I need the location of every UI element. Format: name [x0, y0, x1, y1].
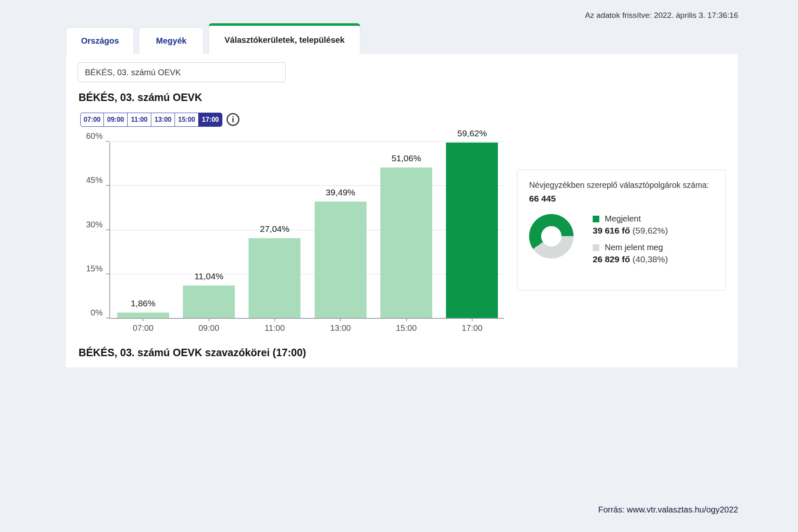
- info-icon[interactable]: i: [227, 113, 239, 126]
- time-button-0900[interactable]: 09:00: [104, 113, 128, 127]
- x-axis-tick: [143, 318, 143, 321]
- turnout-bar-chart: 0%15%30%45%60%1,86%07:0011,04%09:0027,04…: [109, 142, 504, 319]
- bar-value-label: 51,06%: [373, 153, 440, 163]
- bar-1100: [249, 238, 300, 318]
- y-axis-tick: [106, 318, 109, 318]
- bar-value-label: 27,04%: [241, 224, 308, 234]
- donut-row: Megjelent39 616 fő (59,62%)Nem jelent me…: [529, 214, 714, 264]
- turnout-donut-chart: [529, 214, 574, 259]
- time-button-1500[interactable]: 15:00: [175, 113, 199, 127]
- x-axis-label: 17:00: [447, 323, 497, 333]
- tab-megyek[interactable]: Megyék: [139, 27, 204, 54]
- time-button-group: 07:0009:0011:0013:0015:0017:00: [80, 113, 222, 127]
- content-card: BÉKÉS, 03. számú OEVK 07:0009:0011:0013:…: [65, 54, 738, 368]
- legend-swatch-icon: [593, 244, 599, 251]
- y-axis-label: 60%: [80, 131, 103, 141]
- bar-value-label: 11,04%: [176, 271, 242, 281]
- bar-1300: [315, 202, 367, 318]
- y-axis-label: 45%: [80, 175, 103, 185]
- y-axis-tick: [106, 273, 109, 274]
- time-button-1300[interactable]: 13:00: [151, 113, 175, 127]
- y-axis-tick: [106, 185, 109, 186]
- time-button-1700[interactable]: 17:00: [199, 113, 222, 127]
- x-axis-label: 13:00: [315, 323, 365, 333]
- voter-total: 66 445: [529, 194, 714, 204]
- gridline: [110, 274, 504, 274]
- x-axis-label: 15:00: [382, 323, 431, 333]
- time-button-1100[interactable]: 11:00: [128, 113, 151, 127]
- legend-value: 39 616 fő (59,62%): [593, 226, 668, 236]
- page-title: BÉKÉS, 03. számú OEVK: [79, 91, 202, 103]
- y-axis-label: 0%: [80, 308, 103, 318]
- y-axis-tick: [106, 229, 109, 230]
- bar-1500: [380, 167, 432, 318]
- legend-value: 26 829 fő (40,38%): [593, 254, 668, 264]
- bar-value-label: 1,86%: [110, 298, 176, 308]
- legend-label: Megjelent: [593, 214, 668, 224]
- x-axis-tick: [472, 318, 473, 321]
- x-axis-label: 09:00: [184, 323, 234, 333]
- tab-valasztokeruletek[interactable]: Választókerületek, települések: [209, 23, 360, 54]
- legend-item: Nem jelent meg26 829 fő (40,38%): [593, 243, 668, 264]
- x-axis-label: 07:00: [118, 323, 168, 333]
- x-axis-label: 11:00: [250, 323, 300, 333]
- bar-value-label: 59,62%: [439, 128, 505, 138]
- polling-stations-title: BÉKÉS, 03. számú OEVK szavazókörei (17:0…: [79, 347, 306, 359]
- donut-legend: Megjelent39 616 fő (59,62%)Nem jelent me…: [593, 214, 668, 264]
- gridline: [110, 185, 504, 186]
- district-select[interactable]: [78, 62, 286, 82]
- y-axis-label: 15%: [80, 264, 103, 273]
- source-text: Forrás: www.vtr.valasztas.hu/ogy2022: [598, 505, 738, 515]
- bar-1700: [446, 143, 498, 318]
- legend-label: Nem jelent meg: [593, 243, 668, 252]
- y-axis-tick: [106, 141, 109, 142]
- tab-orszagos[interactable]: Országos: [66, 27, 134, 54]
- legend-item: Megjelent39 616 fő (59,62%): [593, 214, 668, 236]
- voter-summary-panel: Névjegyzékben szereplő választópolgárok …: [517, 170, 726, 291]
- x-axis-tick: [274, 318, 275, 321]
- y-axis-label: 30%: [80, 219, 103, 229]
- bar-0700: [117, 313, 169, 318]
- gridline: [110, 141, 504, 142]
- x-axis-tick: [209, 318, 209, 321]
- x-axis-tick: [340, 318, 341, 321]
- x-axis-tick: [406, 318, 407, 321]
- data-updated-text: Az adatok frissítve: 2022. április 3. 17…: [585, 11, 738, 20]
- voter-summary-title: Névjegyzékben szereplő választópolgárok …: [529, 180, 714, 190]
- time-button-0700[interactable]: 07:00: [80, 113, 104, 127]
- bar-0900: [183, 286, 235, 318]
- legend-swatch-icon: [593, 216, 599, 222]
- bar-value-label: 39,49%: [307, 187, 374, 197]
